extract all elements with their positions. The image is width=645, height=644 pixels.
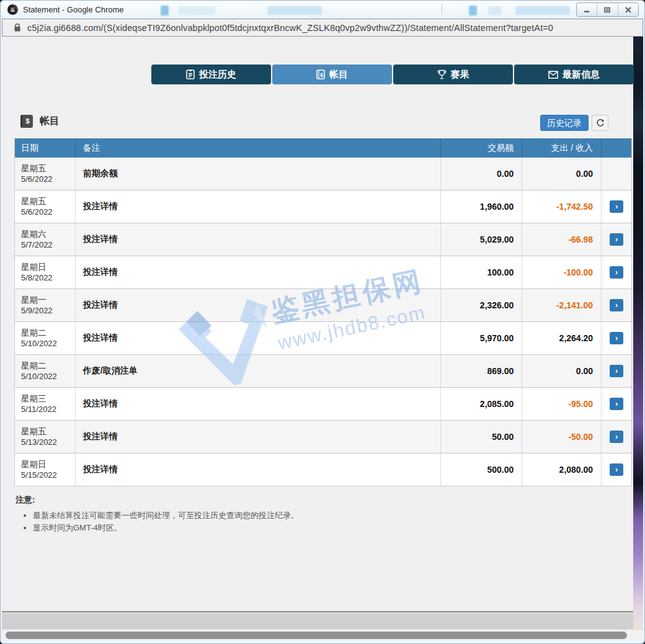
tab-results[interactable]: 赛果 <box>393 65 513 84</box>
tab-bet-history[interactable]: 投注历史 <box>151 65 271 84</box>
table-body: 星期五 5/6/2022 前期余额 0.00 0.00 › 星期五 5/6/20… <box>15 158 631 486</box>
col-header-amount: 交易额 <box>441 138 523 158</box>
table-row: 星期三 5/11/2022 投注详情 2,085.00 -95.00 › <box>15 388 631 421</box>
restore-icon <box>603 6 611 14</box>
row-weekday: 星期五 <box>21 163 53 174</box>
row-weekday: 星期二 <box>21 328 57 338</box>
window-title: Statement - Google Chrome <box>23 5 124 14</box>
table-row: 星期五 5/13/2022 投注详情 50.00 -50.00 › <box>15 421 631 454</box>
row-weekday: 星期三 <box>21 393 56 404</box>
note-item: 显示时间为GMT-4时区。 <box>33 522 299 534</box>
row-amount: 5,970.00 <box>480 333 514 343</box>
row-net: -66.98 <box>568 235 593 244</box>
window-controls <box>576 2 639 17</box>
row-detail-button[interactable]: › <box>610 233 623 246</box>
row-note: 前期余额 <box>83 168 118 179</box>
ghost-tab-title <box>515 6 570 15</box>
refresh-button[interactable] <box>592 115 608 131</box>
url-text: c5j2ia.gi6688.com/(S(xideqseTI9Z6onlvabp… <box>27 23 553 33</box>
section-title: 帐目 <box>40 115 60 128</box>
row-amount: 50.00 <box>492 432 514 442</box>
row-amount: 5,029.00 <box>480 235 514 244</box>
table-row: 星期日 5/8/2022 投注详情 100.00 -100.00 › <box>15 256 631 289</box>
row-date: 5/8/2022 <box>21 272 53 283</box>
row-net: -50.00 <box>568 432 593 442</box>
row-weekday: 星期日 <box>21 459 57 470</box>
horizontal-scrollbar[interactable] <box>2 629 643 640</box>
section-header: $ 帐目 历史记录 <box>20 115 615 132</box>
table-row: 星期六 5/7/2022 投注详情 5,029.00 -66.98 › <box>15 223 631 256</box>
row-weekday: 星期二 <box>21 360 57 371</box>
restore-button[interactable] <box>597 3 617 16</box>
statement-table: 日期 备注 交易额 支出 / 收入 星期五 5/6/2022 前期余额 0.00… <box>14 138 632 486</box>
row-note: 投注详情 <box>83 201 118 212</box>
tab-label: 帐目 <box>329 69 348 81</box>
row-amount: 500.00 <box>487 465 514 475</box>
row-detail-button[interactable]: › <box>610 299 623 311</box>
ghost-tab-title <box>178 6 215 15</box>
note-item: 最新未结算投注可能需要一些时间处理，可至投注历史查询您的投注纪录。 <box>33 509 299 522</box>
ghost-tab-title <box>488 6 502 15</box>
row-note: 投注详情 <box>83 464 118 475</box>
col-header-action <box>602 138 631 158</box>
minimize-icon <box>583 6 590 14</box>
row-detail-button[interactable]: › <box>610 332 623 344</box>
address-bar[interactable]: c5j2ia.gi6688.com/(S(xideqseTI9Z6onlvabp… <box>2 19 643 37</box>
row-weekday: 星期六 <box>21 229 53 239</box>
minimize-button[interactable] <box>577 3 597 16</box>
tab-latest-news[interactable]: 最新信息 <box>514 65 634 84</box>
row-weekday: 星期日 <box>21 262 53 272</box>
table-header: 日期 备注 交易额 支出 / 收入 <box>15 138 631 158</box>
row-note: 投注详情 <box>83 300 118 311</box>
close-icon <box>625 6 632 14</box>
row-date: 5/6/2022 <box>21 174 53 184</box>
row-amount: 0.00 <box>497 169 514 179</box>
row-note: 投注详情 <box>83 267 118 278</box>
tab-account[interactable]: $ 帐目 <box>272 65 392 84</box>
table-row: 星期五 5/6/2022 投注详情 1,960.00 -1,742.50 › <box>15 190 631 223</box>
col-header-net: 支出 / 收入 <box>522 138 602 158</box>
row-detail-button[interactable]: › <box>610 266 623 279</box>
row-amount: 1,960.00 <box>480 202 514 212</box>
scrollbar-thumb[interactable] <box>6 632 627 639</box>
row-detail-button[interactable]: › <box>610 431 623 443</box>
table-row: 星期日 5/15/2022 投注详情 500.00 2,080.00 › <box>15 454 631 486</box>
tab-label: 最新信息 <box>563 69 600 81</box>
row-net: -1,742.50 <box>556 202 593 212</box>
row-note: 投注详情 <box>83 333 118 344</box>
message-icon <box>548 71 558 79</box>
lock-icon <box>14 23 21 32</box>
ghost-divider <box>442 4 442 15</box>
row-net: -2,141.00 <box>556 300 593 310</box>
history-record-button[interactable]: 历史记录 <box>540 115 589 131</box>
close-button[interactable] <box>618 3 638 16</box>
svg-text:$: $ <box>320 72 323 78</box>
row-amount: 2,326.00 <box>480 300 514 310</box>
nav-tabs: 投注历史 $ 帐目 赛果 最新信息 <box>151 65 634 84</box>
row-date: 5/6/2022 <box>21 207 53 217</box>
page-content: 投注历史 $ 帐目 赛果 最新信息 $ 帐目 <box>2 37 633 612</box>
row-note: 投注详情 <box>83 431 118 442</box>
row-detail-button[interactable]: › <box>610 398 623 410</box>
row-detail-button[interactable]: › <box>610 200 623 213</box>
row-note: 投注详情 <box>83 234 118 245</box>
row-amount: 869.00 <box>487 366 514 376</box>
row-net: 2,080.00 <box>559 465 594 475</box>
ghost-tab-icon <box>161 6 169 16</box>
row-amount: 2,085.00 <box>480 399 514 409</box>
table-row: 星期五 5/6/2022 前期余额 0.00 0.00 › <box>15 158 631 190</box>
row-amount: 100.00 <box>487 267 514 277</box>
row-detail-button[interactable]: › <box>610 365 623 377</box>
notes-section: 注意: 最新未结算投注可能需要一些时间处理，可至投注历史查询您的投注纪录。 显示… <box>16 494 299 534</box>
row-date: 5/13/2022 <box>21 437 57 447</box>
row-net: 0.00 <box>576 366 593 376</box>
row-date: 5/15/2022 <box>21 470 57 480</box>
account-book-icon: $ <box>316 69 325 79</box>
tab-label: 赛果 <box>451 69 469 81</box>
row-date: 5/9/2022 <box>21 305 53 316</box>
ledger-icon: $ <box>20 115 33 128</box>
row-detail-button[interactable]: › <box>610 463 623 476</box>
chrome-window: 鉴 Statement - Google Chrome c5j2 <box>0 0 645 644</box>
bet-history-icon <box>186 69 195 79</box>
row-net: 0.00 <box>576 169 593 179</box>
